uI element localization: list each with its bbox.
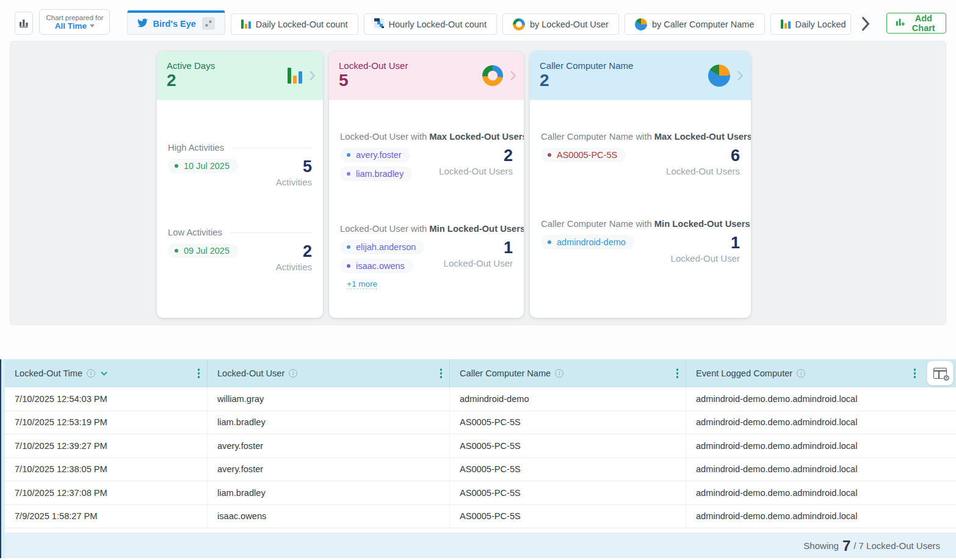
column-menu-icon[interactable] — [913, 366, 918, 381]
show-more-link[interactable]: +1 more — [347, 279, 377, 289]
card-section-low-activities: Low Activities 09 Jul 2025 2Activities — [168, 228, 312, 272]
chart-menu-button[interactable] — [15, 12, 33, 35]
table-cell: liam.bradley — [208, 481, 450, 504]
info-icon[interactable]: i — [87, 369, 95, 378]
tab-hourly-locked-out-count[interactable]: Hourly Locked-Out count — [364, 13, 497, 35]
table-cell: 7/10/2025 12:39:27 PM — [5, 434, 208, 458]
entity-pill[interactable]: elijah.anderson — [340, 240, 424, 254]
summary-card-caller-computer-name[interactable]: Caller Computer Name 2 Caller Computer N… — [530, 51, 751, 318]
twitter-bird-icon — [137, 18, 148, 30]
card-section-min-locked-out-users: Locked-Out User withMin Locked-Out Users… — [340, 224, 513, 289]
section-value: 2 — [276, 243, 312, 260]
section-value: 1 — [444, 240, 513, 256]
expand-icon[interactable] — [202, 17, 215, 30]
tab-label: Hourly Locked-Out count — [389, 20, 487, 29]
tab-by-caller-computer-name[interactable]: by Caller Computer Name — [625, 13, 765, 35]
section-value: 6 — [666, 148, 740, 164]
chevron-right-icon — [860, 16, 872, 32]
table-cell: 7/9/2025 1:58:27 PM — [5, 505, 208, 528]
tab-label: by Caller Computer Name — [652, 20, 755, 29]
entity-pill[interactable]: 09 Jul 2025 — [168, 243, 238, 258]
column-menu-icon[interactable] — [675, 366, 680, 381]
info-icon[interactable]: i — [289, 369, 297, 378]
sort-desc-icon[interactable] — [101, 372, 107, 376]
tab-by-locked-out-user[interactable]: by Locked-Out User — [502, 13, 619, 35]
bullet-icon — [175, 249, 178, 253]
entity-pill[interactable]: liam.bradley — [340, 167, 412, 181]
bar-chart-icon — [781, 20, 791, 29]
table-cell: AS0005-PC-5S — [450, 411, 686, 434]
table-row[interactable]: 7/10/2025 12:38:05 PMavery.fosterAS0005-… — [5, 458, 956, 482]
add-chart-button[interactable]: Add Chart — [886, 13, 947, 34]
card-title: Locked-Out User — [339, 60, 482, 71]
table-cell: avery.foster — [208, 458, 450, 481]
bullet-icon — [175, 164, 178, 168]
info-icon[interactable]: i — [555, 369, 563, 378]
column-header-event-logged-computer[interactable]: Event Logged Computer i — [686, 359, 956, 387]
table-row[interactable]: 7/10/2025 12:53:19 PMliam.bradleyAS0005-… — [5, 411, 956, 435]
tab-daily-locked-out-count[interactable]: Daily Locked-Out count — [231, 13, 358, 35]
chevron-right-icon — [510, 71, 516, 81]
tabs-scroll-next-button[interactable] — [857, 16, 874, 34]
table-row[interactable]: 7/10/2025 12:39:27 PMavery.fosterAS0005-… — [5, 434, 956, 458]
column-header-locked-out-user[interactable]: Locked-Out User i — [208, 359, 450, 387]
section-unit: Locked-Out User — [444, 258, 513, 268]
column-header-locked-out-time[interactable]: Locked-Out Time i — [5, 359, 208, 387]
entity-pill[interactable]: isaac.owens — [340, 259, 413, 273]
column-header-caller-computer-name[interactable]: Caller Computer Name i — [450, 359, 686, 387]
bullet-icon — [347, 153, 350, 157]
table-row[interactable]: 7/10/2025 12:37:08 PMliam.bradleyAS0005-… — [5, 481, 956, 505]
table-cell: 7/10/2025 12:54:03 PM — [5, 387, 208, 411]
tab-daily-locked-truncated[interactable]: Daily Locked — [770, 13, 851, 35]
column-settings-button[interactable]: ⚙ — [927, 361, 954, 386]
table-cell: 7/10/2025 12:53:19 PM — [5, 411, 208, 434]
table-cell: admindroid-demo.demo.admindroid.local — [686, 387, 956, 411]
locked-out-users-table: Locked-Out Time i Locked-Out User i Call… — [0, 359, 956, 558]
table-cell: isaac.owens — [208, 505, 450, 528]
bullet-icon — [548, 240, 551, 244]
entity-pill[interactable]: 10 Jul 2025 — [168, 159, 238, 173]
table-row[interactable]: 7/10/2025 12:54:03 PMwilliam.grayadmindr… — [5, 387, 956, 411]
bullet-icon — [548, 153, 551, 157]
table-cell: admindroid-demo.demo.admindroid.local — [686, 434, 956, 458]
table-footer: Showing 7 / 7 Locked-Out Users — [5, 533, 956, 558]
partial-row — [5, 528, 956, 533]
entity-pill[interactable]: AS0005-PC-5S — [541, 148, 626, 162]
section-unit: Activities — [276, 177, 312, 187]
card-section-high-activities: High Activities 10 Jul 2025 5Activities — [168, 143, 312, 187]
info-icon[interactable]: i — [797, 369, 805, 378]
summary-card-active-days[interactable]: Active Days 2 High Activities 10 Jul 202… — [157, 51, 323, 318]
column-menu-icon[interactable] — [197, 366, 201, 381]
time-range-value: All Time — [55, 21, 87, 31]
table-cell: admindroid-demo.demo.admindroid.local — [686, 505, 956, 528]
card-value: 2 — [167, 71, 288, 90]
donut-chart-icon — [482, 65, 503, 86]
table-cell: william.gray — [208, 387, 450, 411]
table-cell: AS0005-PC-5S — [450, 434, 686, 458]
bar-chart-icon — [241, 20, 251, 29]
card-header: Locked-Out User 5 — [329, 51, 524, 100]
table-cell: AS0005-PC-5S — [450, 458, 686, 481]
chevron-right-icon — [310, 71, 316, 81]
showing-label: Showing — [803, 540, 839, 551]
table-cell: admindroid-demo.demo.admindroid.local — [686, 411, 956, 434]
table-row[interactable]: 7/9/2025 1:58:27 PMisaac.owensAS0005-PC-… — [5, 505, 956, 529]
prepared-for-label: Chart prepared for — [46, 14, 103, 21]
entity-pill[interactable]: avery.foster — [340, 148, 410, 162]
section-unit: Locked-Out Users — [439, 166, 513, 176]
table-cell: AS0005-PC-5S — [450, 505, 686, 528]
chart-tabs: Bird's Eye Daily Locked-Out count Hourly… — [127, 10, 850, 35]
card-section-min-locked-out-users: Caller Computer Name withMin Locked-Out … — [541, 219, 740, 264]
heatmap-icon — [374, 18, 384, 30]
chart-toolbar: Chart prepared for All Time Bird's Eye D… — [0, 0, 956, 35]
table-cell: admindroid-demo — [450, 387, 686, 411]
tab-birds-eye[interactable]: Bird's Eye — [127, 10, 225, 35]
column-menu-icon[interactable] — [439, 366, 444, 381]
donut-chart-icon — [513, 18, 525, 31]
summary-card-locked-out-user[interactable]: Locked-Out User 5 Locked-Out User withMa… — [329, 51, 524, 318]
chart-prepared-for-button[interactable]: Chart prepared for All Time — [39, 9, 110, 35]
bar-chart-icon — [18, 16, 30, 31]
total-count-label: / 7 Locked-Out Users — [853, 540, 940, 551]
section-value: 1 — [671, 235, 740, 251]
entity-pill[interactable]: admindroid-demo — [541, 235, 634, 249]
